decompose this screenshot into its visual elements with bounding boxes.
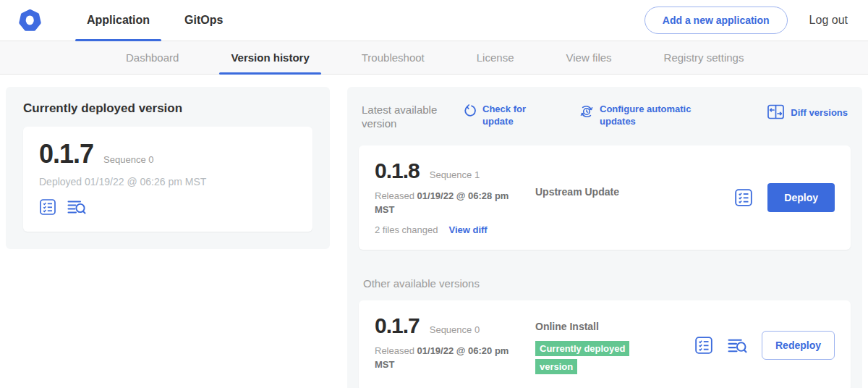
view-diff-link[interactable]: View diff — [448, 224, 487, 235]
app-logo-icon[interactable] — [18, 9, 42, 33]
subnav-item-license[interactable]: License — [451, 41, 540, 74]
latest-sequence-label: Sequence 1 — [430, 169, 480, 180]
available-panel-header: Latest available version Check for updat… — [359, 98, 851, 131]
deployed-version-card: 0.1.7 Sequence 0 Deployed 01/19/22 @ 06:… — [23, 127, 312, 232]
preflight-checks-icon[interactable] — [694, 336, 713, 355]
currently-deployed-badge: Currently deployed version — [535, 341, 629, 375]
diff-icon — [767, 104, 785, 123]
latest-released-date: Released 01/19/22 @ 06:28 pm MST — [375, 189, 512, 217]
other-released-date: Released 01/19/22 @ 06:20 pm MST — [375, 344, 512, 372]
diff-versions-label: Diff versions — [791, 107, 848, 119]
currently-deployed-panel: Currently deployed version 0.1.7 Sequenc… — [6, 87, 330, 249]
preflight-checks-icon[interactable] — [39, 198, 56, 216]
main-content: Currently deployed version 0.1.7 Sequenc… — [0, 75, 868, 388]
sub-nav: Dashboard Version history Troubleshoot L… — [0, 41, 868, 75]
other-version-card: 0.1.7 Sequence 0 Released 01/19/22 @ 06:… — [359, 300, 851, 388]
add-new-application-button[interactable]: Add a new application — [644, 7, 788, 34]
other-available-versions-title: Other available versions — [363, 277, 846, 290]
tab-gitops[interactable]: GitOps — [167, 0, 240, 41]
files-changed-label: 2 files changed — [375, 224, 438, 235]
subnav-item-troubleshoot[interactable]: Troubleshoot — [336, 41, 451, 74]
latest-version-source: Upstream Update — [535, 160, 734, 235]
top-nav-tabs: Application GitOps — [69, 0, 240, 41]
check-for-update-label: Check for update — [482, 104, 535, 128]
other-version-number: 0.1.7 — [375, 315, 420, 337]
deploy-button[interactable]: Deploy — [767, 183, 835, 212]
configure-automatic-updates-label: Configure automatic updates — [600, 104, 692, 128]
subnav-item-view-files[interactable]: View files — [540, 41, 637, 74]
refresh-icon — [463, 104, 477, 122]
deploy-logs-icon[interactable] — [67, 198, 86, 216]
deployed-version-number: 0.1.7 — [39, 141, 93, 167]
other-sequence-label: Sequence 0 — [430, 324, 480, 335]
configure-automatic-updates-link[interactable]: Configure automatic updates — [579, 104, 767, 128]
diff-versions-link[interactable]: Diff versions — [767, 104, 848, 123]
latest-version-number: 0.1.8 — [375, 160, 420, 182]
other-version-source: Online Install — [535, 321, 694, 332]
tab-gitops-label: GitOps — [184, 14, 223, 27]
deployed-sequence-label: Sequence 0 — [103, 154, 153, 165]
latest-version-card: 0.1.8 Sequence 1 Released 01/19/22 @ 06:… — [359, 146, 851, 250]
deployed-date: Deployed 01/19/22 @ 06:26 pm MST — [39, 176, 297, 187]
available-versions-panel: Latest available version Check for updat… — [347, 87, 862, 388]
currently-deployed-title: Currently deployed version — [23, 101, 312, 116]
subnav-item-version-history[interactable]: Version history — [205, 41, 335, 74]
tab-application-label: Application — [87, 14, 150, 27]
subnav-item-registry-settings[interactable]: Registry settings — [638, 41, 770, 74]
top-nav-right: Add a new application Log out — [644, 7, 848, 34]
logout-link[interactable]: Log out — [809, 14, 848, 27]
subnav-item-dashboard[interactable]: Dashboard — [100, 41, 205, 74]
redeploy-button[interactable]: Redeploy — [762, 331, 835, 360]
schedule-update-icon — [579, 104, 594, 122]
check-for-update-link[interactable]: Check for update — [463, 104, 579, 128]
tab-application[interactable]: Application — [69, 0, 167, 41]
latest-available-title: Latest available version — [362, 104, 463, 131]
preflight-checks-icon[interactable] — [734, 188, 753, 207]
top-nav: Application GitOps Add a new application… — [0, 0, 868, 41]
deploy-logs-icon[interactable] — [728, 337, 747, 355]
